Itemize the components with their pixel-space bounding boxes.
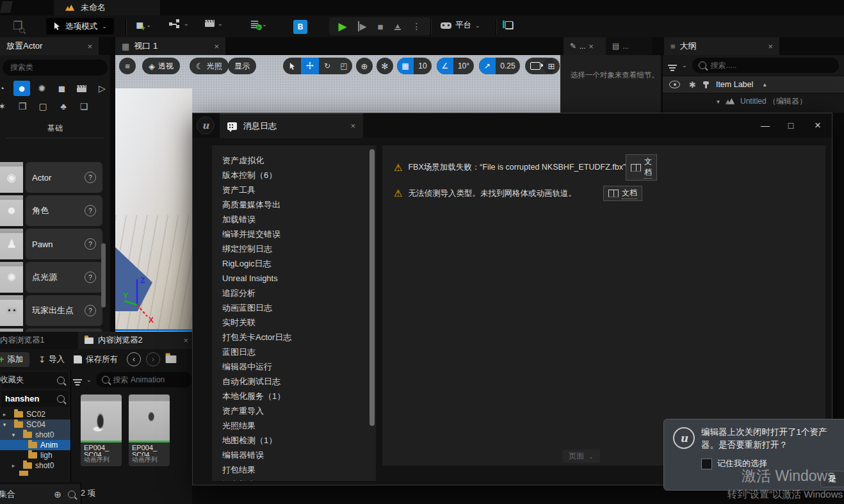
lights-category-icon[interactable]: ✺: [34, 81, 50, 96]
play-button[interactable]: ▶: [339, 20, 347, 33]
volumes-category-icon[interactable]: ❏: [76, 99, 92, 114]
log-category[interactable]: 资产工具: [212, 183, 376, 197]
window-maximize-button[interactable]: □: [778, 120, 804, 131]
transform-gizmo[interactable]: Z Y X: [123, 272, 158, 328]
close-icon[interactable]: ×: [768, 42, 773, 51]
log-category[interactable]: 实时关联: [212, 315, 376, 330]
tab-outliner[interactable]: ≡ 大纲 ×: [664, 37, 779, 55]
clipboard-search-icon[interactable]: ❐: [13, 19, 22, 33]
help-icon[interactable]: ?: [85, 205, 96, 216]
log-category[interactable]: 加载错误: [212, 212, 376, 227]
geometry-category-icon[interactable]: ❒: [14, 99, 31, 114]
select-tool-button[interactable]: [283, 58, 301, 74]
cinematics-button[interactable]: ⌄: [205, 20, 223, 27]
placeable-row-character[interactable]: ☻ 角色 ?: [0, 195, 110, 227]
log-message-row[interactable]: ⚠ 无法侦测导入类型。未找到网格体或动画轨道。 文档: [394, 186, 819, 201]
tree-row-anim[interactable]: Anim: [0, 440, 70, 450]
log-category[interactable]: 编辑器中运行: [212, 359, 376, 374]
filter-icon[interactable]: [73, 379, 82, 380]
help-icon[interactable]: ?: [85, 305, 96, 316]
log-category[interactable]: 自动化测试日志: [212, 374, 376, 389]
tab-message-log[interactable]: 消息日志 ×: [220, 113, 363, 138]
help-icon[interactable]: ?: [85, 238, 96, 250]
log-category[interactable]: 资产重导入: [212, 403, 376, 418]
tree-row-shot0-open[interactable]: ▾ shot0: [0, 430, 70, 440]
cinematic-category-icon[interactable]: [74, 81, 90, 96]
vfx-category-icon[interactable]: ✶: [0, 99, 10, 114]
log-category[interactable]: 高质量媒体导出: [212, 197, 376, 212]
import-button[interactable]: ↧ 导入: [38, 354, 65, 365]
platform-dropdown[interactable]: 平台 ⌄: [441, 20, 480, 31]
stop-button[interactable]: ■: [377, 21, 383, 32]
expand-down-icon[interactable]: ▾: [0, 421, 9, 428]
shapes-category-icon[interactable]: ◼: [54, 81, 70, 96]
frame-skip-button[interactable]: ▶: [358, 21, 367, 31]
world-local-toggle[interactable]: ⊕: [356, 58, 373, 74]
log-category[interactable]: 打包结果: [212, 462, 376, 477]
checkbox-icon[interactable]: [701, 459, 712, 469]
tree-row-sc02[interactable]: ▸ SC02: [0, 409, 70, 419]
rotate-tool-button[interactable]: ↻: [319, 58, 336, 74]
window-close-button[interactable]: ×: [804, 119, 832, 132]
log-category[interactable]: 蓝图日志: [212, 345, 376, 359]
forward-button[interactable]: ›: [146, 352, 160, 366]
select-mode-dropdown[interactable]: 选项模式 ⌄: [46, 18, 114, 35]
close-icon[interactable]: ×: [588, 42, 594, 51]
log-category[interactable]: RigLogic日志: [212, 256, 376, 271]
asset-search-input[interactable]: 搜索 Animation: [96, 372, 192, 387]
log-category[interactable]: Unreal Insights: [212, 271, 376, 286]
maximize-viewport-button[interactable]: ⊞: [543, 58, 560, 74]
level-tab[interactable]: 未命名: [54, 0, 160, 15]
add-actor-button[interactable]: ◼+ ⌄: [136, 19, 151, 31]
star-icon[interactable]: ✱: [689, 80, 696, 90]
column-item-label[interactable]: Item Label: [716, 80, 753, 89]
bridge-button[interactable]: B: [293, 20, 307, 34]
eye-icon[interactable]: [669, 81, 680, 88]
tree-row-shot0-closed[interactable]: ▸ shot0: [0, 460, 70, 471]
expand-right-icon[interactable]: ▸: [0, 411, 9, 418]
log-list-scrollbar[interactable]: [369, 149, 375, 426]
place-actors-search-input[interactable]: 搜索类: [3, 60, 108, 76]
asset-tile[interactable]: EP004_ SC04 动画序列: [81, 394, 122, 466]
scale-tool-button[interactable]: ◰: [336, 58, 352, 74]
expand-right-icon[interactable]: ▸: [9, 462, 18, 469]
scale-snap-control[interactable]: ↗ 0.25: [479, 58, 520, 74]
foliage-category-icon[interactable]: ♣: [55, 99, 72, 114]
panel-category-icon[interactable]: ▢: [35, 99, 51, 114]
expand-arrow-icon[interactable]: ▾: [717, 98, 720, 105]
log-category[interactable]: 绑定控制日志: [212, 241, 376, 256]
close-icon[interactable]: ×: [87, 42, 92, 51]
doc-link-button[interactable]: 文档: [603, 186, 642, 201]
placeable-row-player-start[interactable]: 玩家出生点 ?: [0, 295, 110, 327]
placeable-row-pawn[interactable]: ♟ Pawn ?: [0, 228, 110, 260]
asset-tile[interactable]: EP004_ SC04 动画序列: [129, 394, 170, 466]
help-icon[interactable]: ?: [85, 272, 96, 283]
chevron-down-icon[interactable]: ⌄: [86, 377, 92, 383]
perspective-button[interactable]: ◈ 透视: [142, 58, 180, 74]
tab-place-actors[interactable]: 放置Actor ×: [0, 37, 99, 55]
tab-content-browser-2[interactable]: 内容浏览器2 ×: [78, 332, 195, 349]
tab-world-settings[interactable]: ▤ ...: [606, 37, 652, 55]
media-category-icon[interactable]: ▷: [94, 81, 110, 96]
viewport-menu-button[interactable]: ≡: [119, 58, 136, 74]
grid-snap-control[interactable]: ▦ 10: [397, 58, 432, 74]
close-icon[interactable]: ×: [214, 42, 219, 51]
search-icon[interactable]: [68, 491, 76, 498]
sort-asc-icon[interactable]: ▲: [762, 82, 767, 88]
play-options-button[interactable]: ⋮: [412, 21, 421, 31]
source-filter-search[interactable]: hanshen: [1, 391, 69, 407]
remember-choice-checkbox[interactable]: 记住我的选择: [701, 458, 767, 469]
close-icon[interactable]: ×: [183, 336, 188, 345]
add-collection-icon[interactable]: ⊕: [54, 489, 61, 500]
place-actors-scrollbar[interactable]: [101, 243, 106, 307]
surface-snap-button[interactable]: ✻: [377, 58, 393, 74]
filter-icon[interactable]: [668, 65, 677, 66]
doc-link-button[interactable]: 文档: [626, 154, 657, 181]
log-category[interactable]: 版本控制（6）: [212, 168, 376, 183]
tree-row-ligh[interactable]: ligh: [0, 450, 70, 460]
expand-down-icon[interactable]: ▾: [9, 432, 18, 438]
page-dropdown-button[interactable]: 页面 ⌄: [562, 450, 600, 463]
tree-row-sc04[interactable]: ▾ SC04: [0, 419, 70, 430]
add-button[interactable]: + 添加: [0, 352, 29, 367]
show-button[interactable]: 显示: [228, 58, 256, 74]
